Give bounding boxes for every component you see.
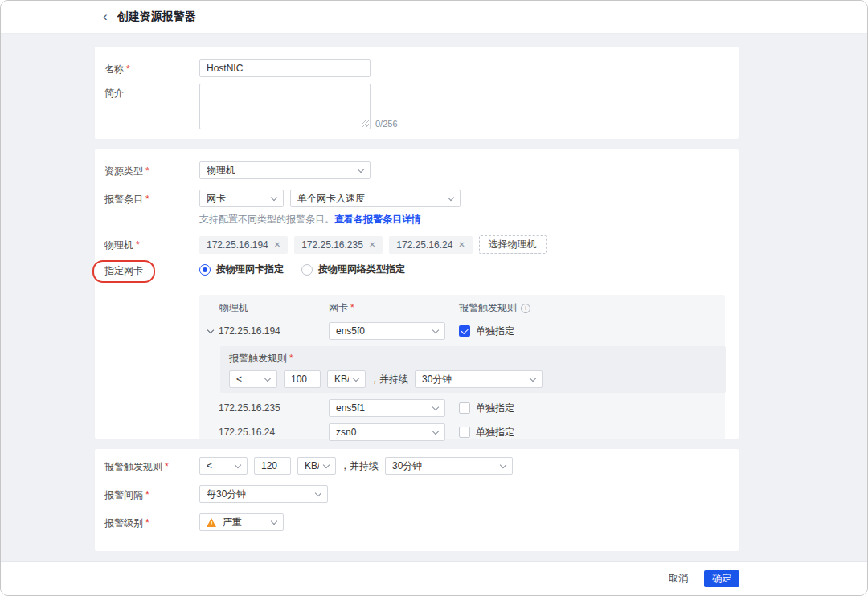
col-host-header: 物理机 [208, 301, 329, 315]
severity-label: 报警级别* [95, 513, 199, 530]
description-label: 简介 [95, 84, 199, 100]
info-icon[interactable]: i [521, 304, 530, 313]
nic-select[interactable]: ens5f0 [329, 322, 445, 340]
resource-config-card: 资源类型* 物理机 报警条目* 网卡 [95, 149, 739, 439]
individual-spec-checkbox[interactable]: 单独指定 [459, 402, 514, 415]
nic-spec-label: 指定网卡 [95, 260, 199, 283]
alert-item-metric-select[interactable]: 单个网卡入速度 [290, 190, 461, 207]
radio-selected-icon[interactable] [199, 264, 211, 276]
checkbox-checked-icon[interactable] [459, 325, 470, 337]
warning-icon: ! [207, 518, 217, 527]
alert-item-category-select[interactable]: 网卡 [199, 190, 284, 207]
chevron-down-icon [448, 194, 454, 200]
alert-item-label: 报警条目* [95, 190, 199, 206]
resource-type-label: 资源类型* [95, 161, 199, 178]
alert-rule-card: 报警触发规则* < KB/s ，并持续 30分钟 [95, 449, 739, 551]
resource-type-select[interactable]: 物理机 [199, 161, 371, 179]
col-nic-header: 网卡* [329, 301, 459, 315]
global-duration-select[interactable]: 30分钟 [385, 457, 513, 475]
back-icon[interactable]: ‹ [103, 10, 108, 23]
nic-select[interactable]: ens5f1 [329, 399, 445, 417]
checkbox-unchecked-icon[interactable] [459, 427, 470, 438]
individual-spec-checkbox[interactable]: 单独指定 [459, 426, 514, 439]
red-highlight-oval: 指定网卡 [92, 260, 155, 283]
cancel-button[interactable]: 取消 [669, 572, 688, 586]
nic-table-row: 172.25.16.235 ens5f1 单独指定 [208, 399, 725, 417]
nic-table-header: 物理机 网卡* 报警触发规则 i [208, 301, 725, 315]
host-tag: 172.25.16.24 ✕ [389, 236, 472, 254]
checkbox-unchecked-icon[interactable] [459, 402, 470, 414]
close-icon[interactable]: ✕ [274, 241, 280, 249]
global-unit-select[interactable]: KB/s [297, 457, 336, 475]
nic-config-panel: 物理机 网卡* 报警触发规则 i 172.25.16.194 [199, 295, 725, 439]
inline-duration-select[interactable]: 30分钟 [415, 370, 542, 388]
interval-label: 报警间隔* [95, 485, 199, 502]
nic-select[interactable]: zsn0 [329, 423, 445, 441]
chevron-down-icon [432, 326, 439, 333]
col-rule-header: 报警触发规则 i [459, 301, 530, 315]
nic-table-row: 172.25.16.24 zsn0 单独指定 [208, 423, 725, 441]
hosts-label: 物理机* [95, 235, 199, 252]
chevron-down-icon [315, 489, 321, 496]
chevron-expand-icon[interactable] [207, 326, 214, 333]
close-icon[interactable]: ✕ [458, 241, 465, 249]
radio-unselected-icon[interactable] [301, 264, 313, 276]
select-host-button[interactable]: 选择物理机 [479, 235, 547, 254]
resize-handle[interactable] [362, 120, 369, 127]
footer-bar: 取消 确定 [1, 561, 867, 595]
host-tag: 172.25.16.235 ✕ [294, 236, 383, 254]
basic-info-card: 名称* 简介 0/256 [95, 47, 739, 139]
radio-by-network-type[interactable]: 按物理网络类型指定 [301, 263, 405, 276]
radio-by-physical-nic[interactable]: 按物理网卡指定 [199, 263, 284, 276]
top-bar: ‹ 创建资源报警器 [1, 1, 867, 34]
severity-select[interactable]: ! 严重 [199, 513, 284, 531]
chevron-down-icon [323, 461, 330, 467]
chevron-down-icon [235, 461, 241, 467]
nic-table-row: 172.25.16.194 ens5f0 单独指定 [208, 322, 725, 340]
name-input[interactable] [199, 59, 371, 77]
alert-item-hint: 支持配置不同类型的报警条目。查看各报警条目详情 [199, 213, 461, 227]
inline-rule-label: 报警触发规则* [229, 352, 726, 365]
chevron-down-icon [432, 427, 439, 434]
chevron-down-icon [530, 374, 536, 381]
individual-spec-checkbox[interactable]: 单独指定 [459, 325, 514, 338]
chevron-down-icon [271, 194, 277, 200]
chevron-down-icon [500, 461, 506, 467]
chevron-down-icon [264, 374, 271, 381]
inline-operator-select[interactable]: < [229, 370, 277, 388]
global-operator-select[interactable]: < [199, 457, 248, 475]
app-window: ‹ 创建资源报警器 名称* 简介 0/256 [0, 0, 868, 596]
chevron-down-icon [353, 374, 359, 381]
inline-rule-panel: 报警触发规则* < KB/s ，并持续 [220, 346, 726, 393]
alert-item-details-link[interactable]: 查看各报警条目详情 [334, 214, 421, 225]
global-threshold-input[interactable] [254, 457, 291, 475]
name-label: 名称* [95, 59, 199, 76]
page-content: 名称* 简介 0/256 资源类型* [1, 34, 867, 561]
duration-prefix-text: ，并持续 [340, 459, 379, 473]
page-title: 创建资源报警器 [117, 10, 196, 24]
chevron-down-icon [432, 403, 439, 410]
inline-threshold-input[interactable] [284, 370, 321, 388]
host-tag: 172.25.16.194 ✕ [199, 236, 288, 254]
chevron-down-icon [271, 517, 277, 524]
description-textarea[interactable] [199, 84, 371, 129]
interval-select[interactable]: 每30分钟 [199, 485, 328, 503]
chevron-down-icon [358, 165, 364, 172]
confirm-button[interactable]: 确定 [704, 570, 739, 587]
global-rule-label: 报警触发规则* [95, 457, 199, 474]
duration-prefix-text: ，并持续 [370, 373, 408, 386]
inline-unit-select[interactable]: KB/s [327, 370, 366, 388]
close-icon[interactable]: ✕ [369, 241, 375, 249]
char-counter: 0/256 [375, 119, 398, 129]
